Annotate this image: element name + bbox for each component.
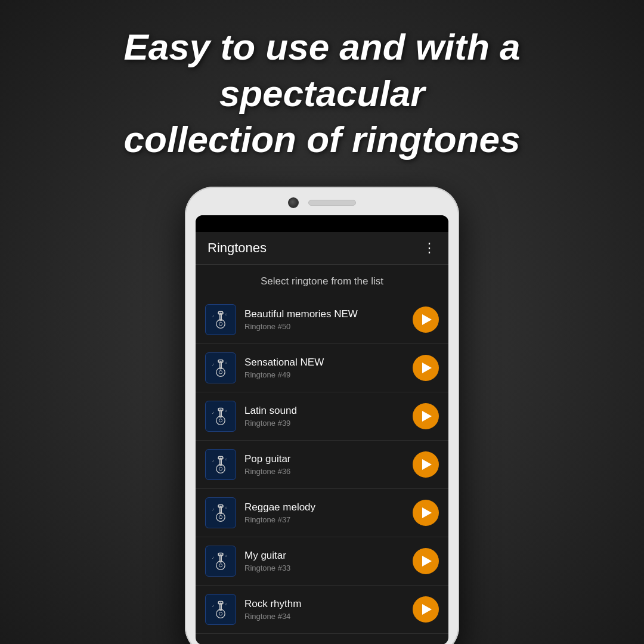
ringtone-thumb: ♪ ♫ <box>205 594 236 625</box>
ringtone-info: Sensational NEW Ringtone #49 <box>244 357 404 379</box>
play-icon <box>422 411 432 422</box>
svg-point-28 <box>218 409 219 410</box>
svg-point-61 <box>218 554 219 555</box>
svg-text:♫: ♫ <box>225 553 227 557</box>
svg-text:♪: ♪ <box>212 603 214 608</box>
phone: Ringtones ⋮ Select ringtone from the lis… <box>185 187 459 645</box>
ringtone-thumb: ♪ ♫ <box>205 497 236 528</box>
svg-text:♫: ♫ <box>225 360 227 364</box>
ringtone-sub: Ringtone #34 <box>244 612 404 621</box>
ringtone-info: Latin sound Ringtone #39 <box>244 405 404 428</box>
play-button[interactable] <box>413 355 439 381</box>
ringtone-thumb: ♪ ♫ <box>205 352 236 383</box>
svg-point-29 <box>222 409 224 410</box>
svg-point-73 <box>222 602 224 603</box>
app-title: Ringtones <box>208 240 267 256</box>
ringtone-thumb: ♪ ♫ <box>205 304 236 335</box>
list-item: ♪ ♫ Pop guitar Ringtone #36 <box>196 441 448 489</box>
ringtone-name: Sensational NEW <box>244 357 404 369</box>
guitar-icon: ♪ ♫ <box>210 550 231 572</box>
svg-text:♪: ♪ <box>212 362 214 366</box>
svg-point-30 <box>219 419 222 422</box>
phone-wrapper: Ringtones ⋮ Select ringtone from the lis… <box>185 187 459 645</box>
play-button[interactable] <box>413 548 439 574</box>
svg-text:♪: ♪ <box>212 459 214 463</box>
guitar-icon: ♪ ♫ <box>210 599 231 620</box>
svg-point-8 <box>219 322 222 325</box>
list-item: ♪ ♫ Beautiful memories NEW Ringtone #50 <box>196 296 448 344</box>
svg-point-40 <box>222 457 224 459</box>
speaker <box>308 200 356 206</box>
guitar-icon: ♪ ♫ <box>210 502 231 524</box>
svg-text:♫: ♫ <box>225 312 227 315</box>
svg-text:♪: ♪ <box>212 507 214 511</box>
play-icon <box>422 459 432 470</box>
svg-point-74 <box>219 612 222 615</box>
list-item: ♪ ♫ Rock rhythm Ringtone #34 <box>196 586 448 634</box>
play-icon <box>422 314 432 325</box>
ringtone-sub: Ringtone #33 <box>244 564 404 572</box>
ringtone-sub: Ringtone #39 <box>244 419 404 428</box>
svg-text:♪: ♪ <box>212 555 214 559</box>
svg-point-63 <box>219 564 222 566</box>
ringtone-info: Reggae melody Ringtone #37 <box>244 501 404 524</box>
play-button[interactable] <box>413 403 439 429</box>
svg-point-7 <box>222 312 224 314</box>
headline-text2: collection of ringtones <box>124 119 521 160</box>
ringtone-thumb: ♪ ♫ <box>205 449 236 480</box>
list-item: ♪ ♫ Reggae melody Ringtone #37 <box>196 489 448 537</box>
guitar-icon: ♪ ♫ <box>210 309 231 330</box>
ringtone-info: Beautiful memories NEW Ringtone #50 <box>244 308 404 331</box>
ringtone-name: Beautiful memories NEW <box>244 308 404 320</box>
ringtone-info: Rock rhythm Ringtone #34 <box>244 598 404 621</box>
svg-point-19 <box>219 370 222 373</box>
ringtone-sub: Ringtone #50 <box>244 322 404 331</box>
list-header: Select ringtone from the list <box>196 265 448 296</box>
ringtone-info: My guitar Ringtone #33 <box>244 550 404 572</box>
play-button[interactable] <box>413 500 439 526</box>
ringtone-name: Reggae melody <box>244 501 404 513</box>
play-button[interactable] <box>413 596 439 623</box>
phone-screen: Ringtones ⋮ Select ringtone from the lis… <box>196 215 448 645</box>
more-menu-icon[interactable]: ⋮ <box>423 240 436 256</box>
ringtone-sub: Ringtone #36 <box>244 467 404 476</box>
app-bar: Ringtones ⋮ <box>196 232 448 265</box>
svg-point-6 <box>218 312 219 314</box>
status-bar <box>196 215 448 232</box>
svg-text:♫: ♫ <box>225 408 227 412</box>
phone-top-bar <box>196 197 448 208</box>
ringtone-thumb: ♪ ♫ <box>205 401 236 432</box>
guitar-icon: ♪ ♫ <box>210 405 231 427</box>
svg-point-62 <box>222 554 224 555</box>
svg-point-72 <box>218 602 219 603</box>
ringtone-info: Pop guitar Ringtone #36 <box>244 453 404 476</box>
play-button[interactable] <box>413 451 439 478</box>
svg-text:♪: ♪ <box>212 314 214 318</box>
svg-point-52 <box>219 515 222 518</box>
ringtone-name: Latin sound <box>244 405 404 417</box>
guitar-icon: ♪ ♫ <box>210 357 231 379</box>
svg-text:♫: ♫ <box>225 602 227 605</box>
ringtone-name: Pop guitar <box>244 453 404 465</box>
ringtone-list: ♪ ♫ Beautiful memories NEW Ringtone #50 <box>196 296 448 634</box>
list-item: ♪ ♫ Sensational NEW Ringtone #49 <box>196 344 448 392</box>
ringtone-sub: Ringtone #37 <box>244 515 404 524</box>
camera-icon <box>288 197 299 208</box>
ringtone-name: My guitar <box>244 550 404 562</box>
list-item: ♪ ♫ Latin sound Ringtone #39 <box>196 392 448 441</box>
list-item: ♪ ♫ My guitar Ringtone #33 <box>196 537 448 586</box>
play-icon <box>422 507 432 518</box>
svg-text:♫: ♫ <box>225 505 227 509</box>
play-icon <box>422 604 432 615</box>
ringtone-sub: Ringtone #49 <box>244 370 404 379</box>
play-button[interactable] <box>413 306 439 333</box>
svg-point-51 <box>222 506 224 507</box>
svg-point-50 <box>218 506 219 507</box>
ringtone-name: Rock rhythm <box>244 598 404 610</box>
svg-point-17 <box>218 361 219 362</box>
headline-text: Easy to use and with a spectacular <box>124 26 521 114</box>
svg-text:♪: ♪ <box>212 410 214 414</box>
headline: Easy to use and with a spectacular colle… <box>24 0 620 181</box>
svg-text:♫: ♫ <box>225 457 227 460</box>
ringtone-thumb: ♪ ♫ <box>205 546 236 577</box>
